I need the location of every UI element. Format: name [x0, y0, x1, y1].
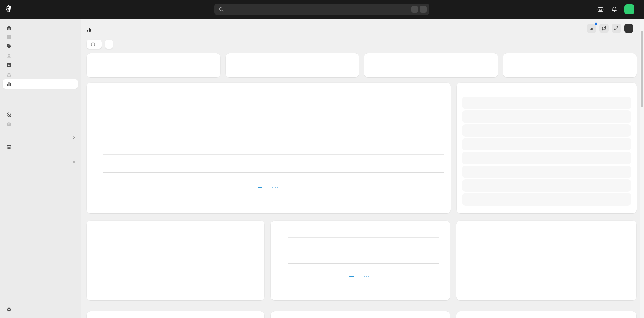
- k-keycap: [420, 6, 427, 13]
- ctrl-keycap: [411, 6, 418, 13]
- calendar-icon: [91, 42, 95, 47]
- refresh-icon: [601, 26, 607, 31]
- total-sales-over-time-card: [87, 83, 451, 213]
- breakdown-row: [462, 138, 631, 150]
- sidebar-item-orders[interactable]: [3, 32, 78, 42]
- gear-icon: [6, 307, 12, 312]
- insights-sparkle-icon: [589, 26, 594, 31]
- insights-button[interactable]: [587, 24, 596, 33]
- legend-row: [170, 266, 258, 270]
- average-order-value-card: [271, 221, 450, 300]
- notifications-button[interactable]: [609, 4, 620, 15]
- breakdown-row: [462, 193, 631, 206]
- main-content: [81, 19, 640, 318]
- donut-chart: [101, 237, 158, 294]
- sidebar-item-customers[interactable]: [3, 51, 78, 60]
- legend-row: [170, 252, 258, 256]
- product-bar-group: [462, 255, 631, 267]
- breakdown-row: [462, 110, 631, 123]
- breakdown-row: [462, 97, 631, 109]
- apps-section[interactable]: [3, 157, 78, 167]
- notification-dot: [595, 22, 597, 25]
- topbar: [0, 0, 644, 19]
- bar-chart-icon: [6, 81, 12, 87]
- sidebar-item-analytics[interactable]: [3, 79, 78, 89]
- breakdown-row: [462, 179, 631, 192]
- sidebar-item-discounts[interactable]: [3, 120, 78, 129]
- legend-line-swatch: [258, 187, 262, 188]
- x-axis-labels: [105, 175, 447, 180]
- person-icon: [6, 53, 12, 59]
- bell-icon: [611, 6, 618, 13]
- scrollbar-track[interactable]: [640, 19, 644, 318]
- chart-legend: [93, 187, 444, 188]
- sidebar-item-reports[interactable]: [3, 89, 78, 98]
- product-compare-value: [462, 244, 631, 247]
- sparkline-chart: [326, 62, 354, 74]
- total-sales-by-product-card: [456, 221, 636, 300]
- bank-icon: [6, 72, 12, 78]
- sidebar-item-home[interactable]: [3, 23, 78, 32]
- legend-swatch: [170, 259, 174, 263]
- total-sales-by-channel-card: [87, 221, 264, 300]
- line-chart: [288, 237, 439, 264]
- home-icon: [6, 25, 12, 31]
- sidekick-button[interactable]: [595, 4, 606, 15]
- media-icon: [6, 62, 12, 68]
- chevron-right-icon: [72, 160, 76, 164]
- expand-button[interactable]: [612, 24, 621, 33]
- shopify-bag-icon: [5, 5, 13, 13]
- total-sales-breakdown-card: [457, 83, 637, 213]
- sidebar-item-content[interactable]: [3, 60, 78, 70]
- sidebar-item-settings[interactable]: [3, 305, 78, 314]
- orders-icon: [6, 34, 12, 40]
- legend-line-swatch: [349, 276, 354, 277]
- tag-icon: [6, 44, 12, 49]
- sparkline-chart: [464, 62, 493, 74]
- kpi-card-orders: [503, 53, 637, 77]
- kpi-card-returning-customer-rate: [226, 53, 359, 77]
- sparkline-chart: [187, 62, 215, 74]
- scrollbar-thumb[interactable]: [641, 31, 643, 107]
- shopify-logo[interactable]: [5, 5, 15, 13]
- chart-legend: [276, 276, 445, 277]
- sparkline-chart: [603, 62, 631, 74]
- breakdown-row: [462, 124, 631, 137]
- account-button[interactable]: [623, 3, 641, 15]
- sidebar-item-live-view[interactable]: [3, 98, 78, 107]
- channel-legend: [170, 245, 258, 270]
- conversion-rate-breakdown-card: [456, 311, 636, 318]
- expand-icon: [614, 26, 619, 31]
- refresh-button[interactable]: [599, 24, 609, 33]
- product-bar-group: [462, 235, 631, 247]
- kpi-card-orders-fulfilled: [364, 53, 498, 77]
- sidebar-item-online-store[interactable]: [3, 142, 78, 152]
- breakdown-row: [462, 166, 631, 178]
- compare-button[interactable]: [105, 40, 113, 49]
- legend-swatch: [170, 252, 174, 256]
- product-compare-value: [462, 264, 631, 267]
- discount-icon: [6, 122, 12, 127]
- line-chart: [103, 101, 444, 173]
- date-range-button[interactable]: [87, 40, 102, 49]
- analytics-icon: [87, 27, 92, 32]
- x-axis-labels: [290, 266, 441, 271]
- sales-channels-section[interactable]: [3, 133, 78, 142]
- customize-button[interactable]: [624, 24, 633, 33]
- legend-swatch: [170, 266, 174, 270]
- sidebar-item-marketing[interactable]: [3, 110, 78, 120]
- target-icon: [6, 112, 12, 118]
- legend-swatch: [170, 245, 174, 249]
- search-icon: [218, 7, 224, 12]
- chevron-right-icon: [72, 136, 76, 140]
- conversion-rate-over-time-card: [271, 311, 450, 318]
- legend-row: [170, 245, 258, 249]
- legend-row: [170, 259, 258, 263]
- legend-dotted-swatch: [272, 187, 278, 188]
- sidebar-item-products[interactable]: [3, 42, 78, 51]
- avatar: [624, 4, 634, 14]
- sidebar-item-finance[interactable]: [3, 70, 78, 79]
- search-input[interactable]: [214, 4, 429, 15]
- sidekick-icon: [597, 6, 604, 13]
- breakdown-row: [462, 152, 631, 164]
